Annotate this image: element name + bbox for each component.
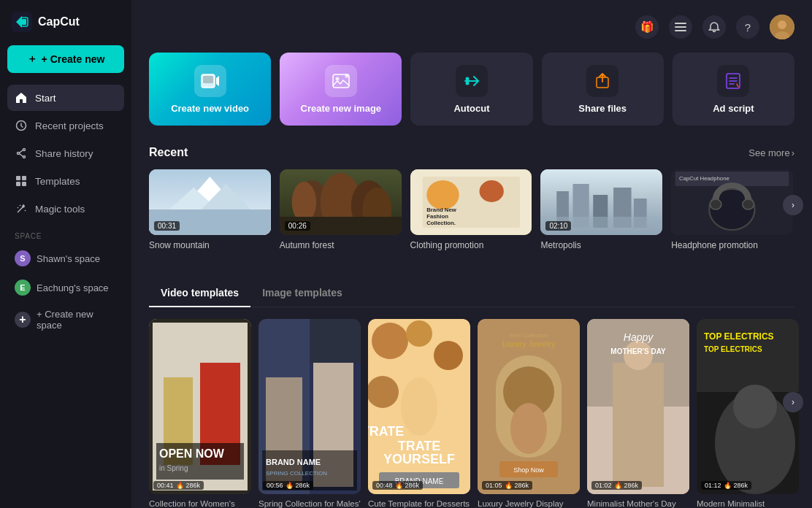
- autocut-card[interactable]: Autocut: [410, 53, 532, 126]
- svg-text:Collection.: Collection.: [426, 220, 456, 226]
- recent-scroll-right-button[interactable]: ›: [783, 195, 803, 215]
- sidebar-item-magic-tools[interactable]: Magic tools: [7, 196, 124, 222]
- sidebar-item-templates-label: Templates: [35, 176, 80, 187]
- sidebar-item-share-history[interactable]: Share history: [7, 140, 124, 166]
- svg-rect-8: [16, 182, 20, 186]
- open-now-name: Collection for Women's Outfits: [149, 499, 251, 508]
- logo-text: CapCut: [38, 15, 80, 28]
- svg-point-78: [406, 320, 432, 347]
- fire-icon: 🔥: [176, 482, 184, 489]
- open-now-likes: 286k: [186, 482, 201, 489]
- recent-item-metropolis[interactable]: 02:10 Metropolis: [540, 169, 662, 250]
- eachung-avatar: E: [15, 280, 31, 296]
- svg-point-43: [479, 180, 503, 202]
- user-avatar[interactable]: [770, 15, 794, 39]
- svg-text:YOURSELF: YOURSELF: [383, 452, 455, 466]
- svg-point-37: [291, 182, 315, 223]
- template-card-open-now[interactable]: OPEN NOW in Spring 00:41 🔥 286k Collecti…: [149, 319, 251, 508]
- create-new-button[interactable]: ＋ + Create new: [7, 45, 124, 73]
- svg-text:Shop Now: Shop Now: [513, 466, 544, 474]
- sidebar-item-magic-label: Magic tools: [35, 204, 85, 215]
- shawn-space-label: Shawn's space: [37, 253, 100, 264]
- image-icon: [325, 65, 357, 97]
- jewelry-likes: 286k: [515, 482, 529, 489]
- shawn-avatar: S: [15, 250, 31, 266]
- svg-point-20: [206, 85, 207, 87]
- desserts-name: Cute Template for Desserts: [368, 499, 470, 508]
- snow-mountain-name: Snow mountain: [149, 240, 271, 250]
- svg-point-24: [466, 77, 470, 80]
- template-card-electrics[interactable]: TOP ELECTRICS TOP ELECTRICS 01:12 🔥 286k…: [697, 319, 799, 508]
- svg-text:TRATE: TRATE: [398, 439, 441, 453]
- ad-script-icon: [717, 65, 749, 97]
- see-more-label: See more: [748, 147, 789, 158]
- create-image-label: Create new image: [301, 103, 382, 114]
- svg-text:OPEN NOW: OPEN NOW: [159, 447, 225, 460]
- brand-fashion-thumb: BRAND NAME SPRING COLLECTION 00:56 🔥 286…: [258, 319, 361, 494]
- template-card-mothers[interactable]: Happy MOTHER'S DAY 01:02 🔥 286k Minimali…: [587, 319, 689, 508]
- space-item-eachung[interactable]: E Eachung's space: [7, 274, 124, 301]
- brand-fashion-badge: 00:56 🔥 286k: [263, 481, 313, 490]
- tab-video-label: Video templates: [161, 287, 239, 299]
- metropolis-name: Metropolis: [540, 240, 662, 250]
- template-card-brand-fashion[interactable]: BRAND NAME SPRING COLLECTION 00:56 🔥 286…: [258, 319, 361, 508]
- sidebar-item-recent-projects[interactable]: Recent projects: [7, 112, 124, 139]
- recent-item-autumn-forest[interactable]: 00:26 Autumn forest: [280, 169, 402, 250]
- create-new-image-card[interactable]: Create new image: [280, 53, 402, 126]
- template-row: OPEN NOW in Spring 00:41 🔥 286k Collecti…: [149, 319, 794, 508]
- recent-item-clothing-promotion[interactable]: Brand New Fashion Collection. Clothing p…: [410, 169, 532, 250]
- help-icon-button[interactable]: ?: [736, 15, 759, 39]
- recent-item-headphone-promotion[interactable]: CapCut Headphone Headphone promotion: [671, 169, 793, 250]
- svg-point-98: [624, 341, 653, 370]
- jewelry-time: 01:05: [486, 482, 502, 489]
- jewelry-thumb: New Collection Luxury Jewelry Shop Now 0…: [478, 319, 580, 494]
- see-more-recent[interactable]: See more ›: [748, 147, 794, 158]
- template-scroll-right-button[interactable]: ›: [783, 392, 803, 412]
- svg-text:TOP ELECTRICS: TOP ELECTRICS: [704, 331, 774, 342]
- metropolis-time: 02:10: [545, 221, 571, 231]
- brand-fashion-name: Spring Collection for Males' Fashion: [258, 499, 361, 508]
- template-card-jewelry[interactable]: New Collection Luxury Jewelry Shop Now 0…: [478, 319, 580, 508]
- svg-point-79: [368, 376, 399, 408]
- sidebar-item-templates[interactable]: Templates: [7, 168, 124, 194]
- fire-icon5: 🔥: [614, 482, 622, 489]
- create-new-video-card[interactable]: Create new video: [149, 53, 271, 126]
- tab-video-templates[interactable]: Video templates: [149, 281, 250, 307]
- space-item-shawn[interactable]: S Shawn's space: [7, 245, 124, 272]
- recent-section-header: Recent See more ›: [149, 146, 794, 159]
- sidebar-item-start-label: Start: [35, 93, 56, 104]
- electrics-likes: 286k: [734, 482, 748, 489]
- svg-text:Brand New: Brand New: [426, 207, 456, 213]
- sidebar-item-start[interactable]: Start: [7, 85, 124, 111]
- ad-script-card[interactable]: Ad script: [673, 53, 794, 126]
- svg-text:TOP ELECTRICS: TOP ELECTRICS: [704, 345, 762, 353]
- recent-item-snow-mountain[interactable]: 00:31 Snow mountain: [149, 169, 271, 250]
- chevron-right-icon: ›: [792, 147, 794, 158]
- svg-text:New Collection: New Collection: [509, 332, 548, 339]
- svg-text:Luxury Jewelry: Luxury Jewelry: [502, 340, 556, 348]
- svg-point-3: [23, 149, 26, 151]
- autocut-label: Autocut: [453, 103, 489, 114]
- svg-rect-12: [675, 26, 686, 28]
- template-card-desserts[interactable]: TRATE TRATE YOURSELF BRAND NAME 00:48 🔥 …: [368, 319, 470, 508]
- headphone-promotion-thumb: CapCut Headphone: [671, 169, 793, 235]
- svg-rect-6: [16, 176, 20, 180]
- video-icon: [194, 65, 226, 97]
- create-space-label: + Create new space: [37, 309, 117, 331]
- open-now-time: 00:41: [157, 482, 174, 489]
- metropolis-thumb: 02:10: [540, 169, 662, 235]
- wand-icon: [15, 202, 28, 215]
- tab-image-templates[interactable]: Image templates: [250, 281, 354, 307]
- svg-text:TRATE: TRATE: [368, 424, 404, 439]
- bell-icon-button[interactable]: [702, 15, 726, 39]
- svg-point-5: [18, 153, 20, 155]
- create-space-item[interactable]: + + Create new space: [7, 303, 124, 336]
- svg-rect-97: [613, 363, 664, 487]
- jewelry-badge: 01:05 🔥 286k: [482, 481, 532, 490]
- mothers-name: Minimalist Mother's Day Sale: [587, 499, 689, 508]
- share-files-card[interactable]: Share files: [542, 53, 664, 126]
- menu-icon-button[interactable]: [669, 15, 692, 39]
- ad-script-label: Ad script: [713, 103, 754, 114]
- gift-icon-button[interactable]: 🎁: [635, 15, 659, 39]
- eachung-space-label: Eachung's space: [37, 282, 109, 293]
